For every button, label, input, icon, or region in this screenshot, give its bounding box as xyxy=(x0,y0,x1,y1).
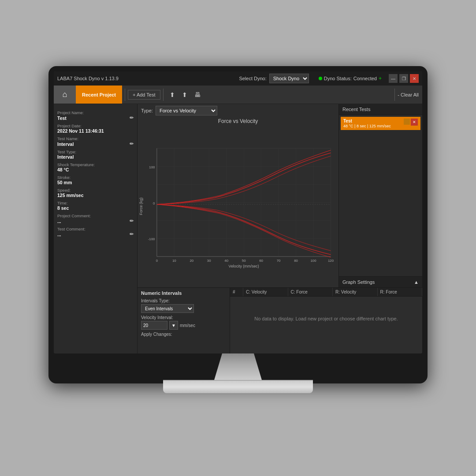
type-label: Type: xyxy=(141,108,153,113)
edit-test-comment-icon[interactable]: ✏ xyxy=(130,231,134,237)
project-comment-label: Project Comment: xyxy=(57,213,134,218)
apply-changes-label: Apply Changes: xyxy=(141,332,226,337)
left-sidebar: Project Name: Test ✏ Project Date: 2022 … xyxy=(54,104,138,353)
svg-text:100: 100 xyxy=(149,165,155,169)
center-right-area: Type: Force vs Velocity Force vs Velocit… xyxy=(138,104,422,353)
velocity-interval-label: Velocity Interval: xyxy=(141,315,226,320)
select-dyno-label: Select Dyno: xyxy=(239,76,266,81)
home-icon: ⌂ xyxy=(63,90,67,99)
project-date-value: 2022 Nov 11 13:46:31 xyxy=(57,128,134,134)
force-velocity-chart: 100 0 -100 0 10 20 30 40 50 60 xyxy=(138,136,338,277)
col-hash: # xyxy=(230,288,243,296)
intervals-type-select[interactable]: Even Intervals xyxy=(141,304,194,313)
top-half: Type: Force vs Velocity Force vs Velocit… xyxy=(138,104,422,287)
intervals-type-label: Intervals Type: xyxy=(141,298,226,303)
edit-project-name-icon[interactable]: ✏ xyxy=(130,115,134,121)
recent-tests-header: Recent Tests xyxy=(339,104,422,115)
test-close-button[interactable]: ✕ xyxy=(411,119,418,126)
velocity-interval-row: ▼ mm/sec xyxy=(141,321,226,330)
recent-project-button[interactable]: Recent Project xyxy=(76,86,122,104)
velocity-interval-unit: mm/sec xyxy=(180,323,195,328)
project-name-value: Test ✏ xyxy=(57,115,134,121)
svg-text:50: 50 xyxy=(242,259,246,263)
svg-text:60: 60 xyxy=(259,259,263,263)
svg-text:120: 120 xyxy=(328,259,334,263)
monitor-stand-neck xyxy=(198,353,278,380)
minimize-button[interactable]: — xyxy=(389,74,398,83)
col-c-velocity: C: Velocity xyxy=(243,288,288,296)
close-button[interactable]: ✕ xyxy=(410,74,419,83)
test-name-value: Interval ✏ xyxy=(57,141,134,147)
dyno-select[interactable]: Shock Dyno xyxy=(269,74,309,83)
title-bar: LABA7 Shock Dyno v 1.13.9 Select Dyno: S… xyxy=(54,71,422,86)
dyno-status-label: Dyno Status: xyxy=(324,76,352,81)
connected-text: Connected xyxy=(353,76,377,81)
right-sidebar-spacer xyxy=(339,132,422,276)
connected-indicator xyxy=(319,77,322,80)
svg-text:80: 80 xyxy=(294,259,298,263)
col-r-velocity: R: Velocity xyxy=(333,288,378,296)
app-title: LABA7 Shock Dyno v 1.13.9 xyxy=(57,76,239,81)
data-table-header: # C: Velocity C: Force R: Velocity R: Fo… xyxy=(230,288,422,297)
test-item-detail: 48 °C | 8 sec | 125 mm/sec xyxy=(343,124,402,128)
velocity-interval-dropdown[interactable]: ▼ xyxy=(169,321,178,330)
col-r-force: R: Force xyxy=(378,288,423,296)
export-button-1[interactable]: ⬆ xyxy=(166,89,178,100)
print-icon: 🖶 xyxy=(194,91,201,98)
svg-text:40: 40 xyxy=(224,259,228,263)
test-item-info: Test 48 °C | 8 sec | 125 mm/sec xyxy=(343,119,402,128)
dyno-status: Dyno Status: Connected + xyxy=(319,75,382,82)
edit-test-name-icon[interactable]: ✏ xyxy=(130,141,134,147)
plus-icon: + xyxy=(379,75,382,82)
toolbar: ⌂ Recent Project + Add Test ⬆ ⬆ 🖶 - Clea… xyxy=(54,86,422,104)
svg-text:Velocity (mm/sec): Velocity (mm/sec) xyxy=(229,264,259,268)
add-test-button[interactable]: + Add Test xyxy=(128,90,160,100)
svg-text:70: 70 xyxy=(277,259,281,263)
stroke-value: 50 mm xyxy=(57,180,134,185)
export-icon-1: ⬆ xyxy=(170,91,175,98)
center-area: Type: Force vs Velocity Force vs Velocit… xyxy=(138,104,338,287)
test-item[interactable]: Test 48 °C | 8 sec | 125 mm/sec ✕ xyxy=(341,117,420,130)
no-data-message: No data to display. Load new project or … xyxy=(230,297,422,341)
test-color-button[interactable] xyxy=(404,119,410,125)
chart-wrapper: 100 0 -100 0 10 20 30 40 50 60 xyxy=(138,125,338,287)
dyno-select-area: Select Dyno: Shock Dyno Dyno Status: Con… xyxy=(239,74,382,83)
svg-text:0: 0 xyxy=(153,201,155,205)
test-item-controls: ✕ xyxy=(404,119,418,126)
restore-button[interactable]: ❐ xyxy=(399,74,408,83)
test-type-label: Test Type: xyxy=(57,149,134,154)
print-button[interactable]: 🖶 xyxy=(191,89,204,100)
data-table-area: # C: Velocity C: Force R: Velocity R: Fo… xyxy=(230,288,422,353)
export-button-2[interactable]: ⬆ xyxy=(178,89,191,100)
test-comment-label: Test Comment: xyxy=(57,227,134,231)
window-controls: — ❐ ✕ xyxy=(389,74,419,83)
chart-type-bar: Type: Force vs Velocity xyxy=(138,104,338,117)
svg-text:0: 0 xyxy=(156,259,158,263)
stroke-label: Stroke: xyxy=(57,175,134,180)
velocity-interval-input[interactable] xyxy=(141,321,167,330)
intervals-type-row: Even Intervals xyxy=(141,303,226,313)
svg-text:Force (kg): Force (kg) xyxy=(139,197,143,215)
monitor-stand-base xyxy=(163,380,313,393)
test-name-label: Test Name: xyxy=(57,136,134,141)
main-content: Project Name: Test ✏ Project Date: 2022 … xyxy=(54,104,422,353)
chart-type-select[interactable]: Force vs Velocity xyxy=(156,106,217,115)
time-value: 8 sec xyxy=(57,205,134,211)
chart-title: Force vs Velocity xyxy=(138,117,338,125)
project-date-label: Project Date: xyxy=(57,123,134,128)
edit-project-comment-icon[interactable]: ✏ xyxy=(130,218,134,224)
divider-1 xyxy=(125,89,125,101)
svg-text:30: 30 xyxy=(207,259,211,263)
screen: LABA7 Shock Dyno v 1.13.9 Select Dyno: S… xyxy=(54,71,422,353)
divider-3 xyxy=(394,89,395,101)
graph-settings-label: Graph Settings xyxy=(342,279,375,285)
home-button[interactable]: ⌂ xyxy=(54,86,76,104)
graph-settings-icon: ▲ xyxy=(414,279,419,285)
time-label: Time: xyxy=(57,201,134,205)
project-comment-value: ... ✏ xyxy=(57,218,134,224)
clear-all-button[interactable]: - Clear All xyxy=(398,92,419,97)
graph-settings-bar[interactable]: Graph Settings ▲ xyxy=(339,276,422,287)
svg-text:-100: -100 xyxy=(148,237,155,241)
test-type-value: Interval xyxy=(57,154,134,160)
monitor: LABA7 Shock Dyno v 1.13.9 Select Dyno: S… xyxy=(48,66,428,383)
